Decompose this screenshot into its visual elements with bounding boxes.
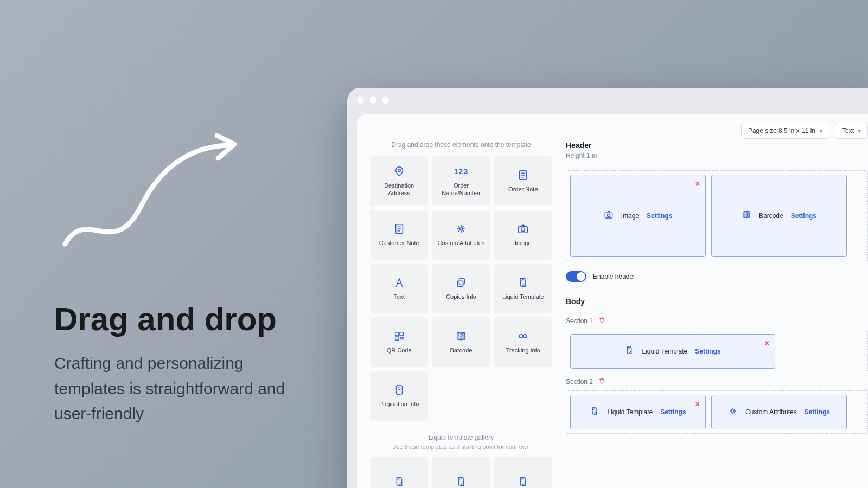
traffic-light-max-icon[interactable] xyxy=(382,97,389,104)
chevron-down-icon: ▾ xyxy=(858,128,861,134)
mode-select[interactable]: Text ▾ xyxy=(835,123,868,139)
palette-tile-note[interactable]: Customer Note xyxy=(370,210,428,260)
slot-label: Liquid Template xyxy=(642,348,687,355)
header-dropzone[interactable]: ×ImageSettingsBarcodeSettings xyxy=(566,170,868,261)
body-slot[interactable]: ×Liquid TemplateSettings xyxy=(570,395,706,429)
header-slot[interactable]: ×ImageSettings xyxy=(570,175,706,257)
hero-title: Drag and drop xyxy=(54,300,315,338)
gallery-subtitle: Use these templates as a starting point … xyxy=(370,444,552,450)
element-palette: Drag and drop these elements onto the te… xyxy=(370,141,552,488)
section-dropzone[interactable]: ×Liquid TemplateSettings xyxy=(566,330,868,373)
copies-icon xyxy=(455,277,467,288)
liquid-icon xyxy=(624,345,634,357)
palette-tile-copies[interactable]: Copies Info xyxy=(432,264,490,313)
gallery-tile[interactable] xyxy=(370,457,428,488)
body-title: Body xyxy=(566,297,868,306)
attrs-icon xyxy=(455,223,467,235)
delete-section-icon[interactable] xyxy=(598,377,605,386)
header-meta: Height 1 in xyxy=(566,152,868,159)
palette-tile-label: Liquid Template xyxy=(499,293,547,300)
palette-tile-pin[interactable]: Destination Address xyxy=(370,156,428,206)
palette-tile-label: Custom Attributes xyxy=(435,239,488,247)
pin-icon xyxy=(393,165,405,177)
slot-settings-link[interactable]: Settings xyxy=(791,212,816,220)
header-section-head: Header Height 1 in xyxy=(566,141,868,159)
note-icon xyxy=(393,223,405,235)
app-chrome: Page size 8.5 in x 11 in ▾ Text ▾ Drag a… xyxy=(357,114,868,488)
remove-slot-icon[interactable]: × xyxy=(765,339,769,348)
liquid-icon xyxy=(517,476,529,487)
slot-settings-link[interactable]: Settings xyxy=(647,212,672,220)
palette-tile-num[interactable]: 123Order Name/Number xyxy=(432,156,490,206)
hero-copy: Drag and drop Crafting and personalizing… xyxy=(54,130,315,427)
page-icon xyxy=(393,384,405,396)
body-slot[interactable]: ×Liquid TemplateSettings xyxy=(570,334,775,369)
qrcode-icon xyxy=(393,330,405,342)
gallery-tile[interactable] xyxy=(494,457,552,488)
liquid-icon xyxy=(455,476,467,487)
app-window: Page size 8.5 in x 11 in ▾ Text ▾ Drag a… xyxy=(347,88,868,488)
delete-section-icon[interactable] xyxy=(598,317,605,325)
text-icon xyxy=(393,277,405,288)
header-slot[interactable]: BarcodeSettings xyxy=(711,175,847,257)
palette-tile-attrs[interactable]: Custom Attributes xyxy=(432,210,490,260)
liquid-icon xyxy=(590,406,599,418)
hero-subtitle: Crafting and personalizing templates is … xyxy=(54,351,315,427)
traffic-light-close-icon[interactable] xyxy=(357,97,364,104)
section-label: Section 1 xyxy=(566,317,868,325)
slot-settings-link[interactable]: Settings xyxy=(805,408,830,416)
slot-settings-link[interactable]: Settings xyxy=(660,408,686,416)
arrow-illustration xyxy=(54,130,250,260)
liquid-icon xyxy=(393,476,405,487)
palette-tile-barcode[interactable]: Barcode xyxy=(432,317,490,367)
barcode-icon xyxy=(742,210,751,222)
palette-tile-camera[interactable]: Image xyxy=(494,210,552,260)
palette-tile-qrcode[interactable]: QR Code xyxy=(370,317,428,367)
slot-label: Image xyxy=(621,212,639,220)
slot-settings-link[interactable]: Settings xyxy=(695,348,720,355)
palette-tile-label: Image xyxy=(512,239,535,247)
note-icon xyxy=(517,169,529,181)
header-title: Header xyxy=(566,141,868,150)
camera-icon xyxy=(604,210,614,222)
num-icon: 123 xyxy=(455,165,467,177)
traffic-light-min-icon[interactable] xyxy=(369,97,376,104)
palette-tile-label: QR Code xyxy=(384,346,415,354)
liquid-icon xyxy=(517,277,529,288)
titlebar xyxy=(347,88,868,112)
mode-label: Text xyxy=(842,127,854,134)
template-gallery: Liquid template gallery Use these templa… xyxy=(370,434,552,488)
palette-tile-link[interactable]: Tracking Info xyxy=(494,317,552,367)
palette-tile-label: Order Name/Number xyxy=(432,182,490,197)
palette-tile-label: Copies Info xyxy=(443,293,480,300)
body-slot[interactable]: Custom AttributesSettings xyxy=(711,395,847,429)
remove-slot-icon[interactable]: × xyxy=(695,400,700,408)
template-canvas: Header Height 1 in ×ImageSettingsBarcode… xyxy=(566,141,868,488)
body-section-head: Body xyxy=(566,297,868,306)
palette-tile-label: Text xyxy=(391,293,408,300)
palette-tile-label: Customer Note xyxy=(376,239,423,247)
section-label-text: Section 1 xyxy=(566,317,593,325)
chevron-down-icon: ▾ xyxy=(820,128,822,134)
palette-tile-text[interactable]: Text xyxy=(370,264,428,313)
palette-tile-label: Pagination Info xyxy=(376,400,422,408)
attrs-icon xyxy=(728,406,738,418)
camera-icon xyxy=(517,223,529,235)
gallery-tile[interactable] xyxy=(432,457,490,488)
section-label: Section 2 xyxy=(566,377,868,386)
palette-tile-page[interactable]: Pagination Info xyxy=(370,371,428,421)
page-size-select[interactable]: Page size 8.5 in x 11 in ▾ xyxy=(741,123,829,139)
section-label-text: Section 2 xyxy=(566,378,593,386)
palette-tile-liquid[interactable]: Liquid Template xyxy=(494,264,552,313)
slot-label: Custom Attributes xyxy=(745,408,797,416)
enable-header-toggle[interactable] xyxy=(566,271,586,282)
remove-slot-icon[interactable]: × xyxy=(695,179,700,188)
palette-tile-label: Barcode xyxy=(447,346,476,354)
section-dropzone[interactable]: ×Liquid TemplateSettingsCustom Attribute… xyxy=(566,390,868,434)
link-icon xyxy=(517,330,529,342)
slot-label: Barcode xyxy=(759,212,783,220)
gallery-title: Liquid template gallery xyxy=(370,434,552,441)
palette-tile-note[interactable]: Order Note xyxy=(494,156,552,206)
palette-tile-label: Destination Address xyxy=(370,182,428,197)
palette-tile-label: Tracking Info xyxy=(503,346,544,354)
